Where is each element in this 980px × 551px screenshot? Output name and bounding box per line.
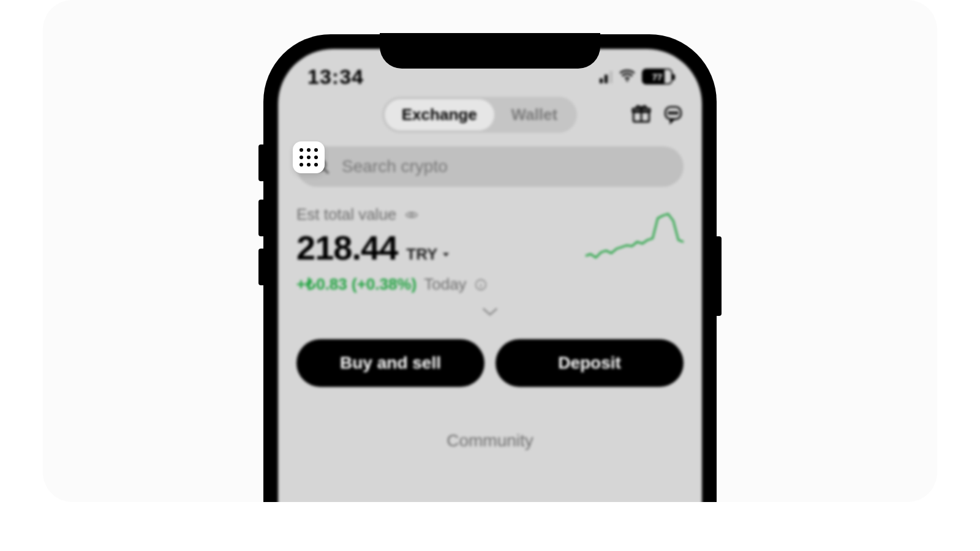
- battery-icon: 77: [642, 69, 673, 84]
- search-input[interactable]: Search crypto: [296, 146, 684, 187]
- apps-grid-placeholder: [296, 99, 328, 131]
- svg-point-6: [676, 112, 677, 114]
- buy-sell-button[interactable]: Buy and sell: [296, 339, 484, 387]
- phone-notch: [380, 33, 600, 69]
- device-frame-card: 13:34 77: [43, 0, 937, 502]
- info-icon[interactable]: [474, 278, 488, 291]
- chevron-down-icon: [442, 252, 450, 258]
- status-time: 13:34: [307, 65, 364, 89]
- phone-bezel: 13:34 77: [263, 34, 717, 502]
- tab-exchange[interactable]: Exchange: [385, 99, 494, 130]
- portfolio-change-period: Today: [424, 275, 466, 294]
- main-tabs: Exchange Wallet: [338, 97, 621, 133]
- app-header: Exchange Wallet: [278, 92, 702, 133]
- apps-grid-button[interactable]: [293, 141, 325, 173]
- expand-toggle[interactable]: [278, 294, 702, 326]
- portfolio-summary: Est total value 218.44 TRY: [278, 187, 702, 294]
- chat-icon[interactable]: [663, 103, 684, 127]
- svg-point-0: [626, 80, 628, 81]
- svg-point-8: [410, 213, 414, 217]
- currency-selector[interactable]: TRY: [406, 245, 450, 264]
- currency-label: TRY: [406, 245, 437, 264]
- portfolio-change: +₺0.83 (+0.38%): [296, 275, 417, 294]
- wifi-icon: [619, 69, 636, 84]
- gift-icon[interactable]: [631, 103, 652, 127]
- svg-point-5: [673, 112, 674, 114]
- tab-wallet[interactable]: Wallet: [494, 99, 575, 130]
- status-icons: 77: [600, 69, 673, 84]
- portfolio-sparkline: [586, 205, 684, 266]
- community-heading: Community: [447, 431, 533, 450]
- eye-icon[interactable]: [405, 208, 418, 222]
- svg-point-4: [669, 112, 671, 114]
- portfolio-amount: 218.44: [296, 228, 398, 268]
- chevron-down-icon: [481, 306, 499, 317]
- search-placeholder: Search crypto: [342, 157, 448, 176]
- battery-percent: 77: [652, 72, 663, 82]
- est-total-label: Est total value: [296, 205, 396, 224]
- deposit-button[interactable]: Deposit: [496, 339, 684, 387]
- cellular-signal-icon: [600, 70, 612, 83]
- phone-screen: 13:34 77: [278, 49, 702, 502]
